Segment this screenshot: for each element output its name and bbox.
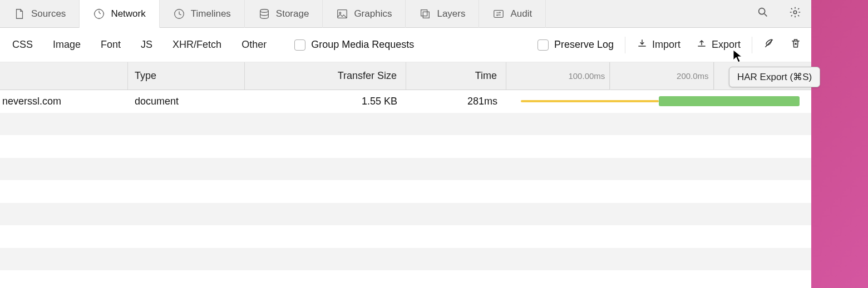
filter-other[interactable]: Other xyxy=(231,39,277,51)
table-header: Type Transfer Size Time 100.00ms 200.0ms xyxy=(0,62,811,90)
svg-point-0 xyxy=(95,9,104,18)
tab-label: Layers xyxy=(437,8,465,19)
svg-point-2 xyxy=(260,9,269,12)
column-size[interactable]: Transfer Size xyxy=(245,62,406,90)
file-icon xyxy=(13,8,26,20)
swap-icon xyxy=(492,8,505,20)
checkbox-icon xyxy=(294,39,305,51)
svg-point-4 xyxy=(339,12,341,13)
table-row xyxy=(0,158,811,181)
filter-css[interactable]: CSS xyxy=(2,39,43,51)
network-icon xyxy=(93,8,105,20)
table-row xyxy=(0,203,811,226)
database-icon xyxy=(258,8,270,20)
cell-size: 1.55 KB xyxy=(245,90,406,113)
filter-image[interactable]: Image xyxy=(43,39,91,51)
column-time[interactable]: Time xyxy=(406,62,506,90)
settings-button[interactable] xyxy=(779,0,811,28)
gear-icon xyxy=(789,6,801,21)
waterfall-receive-bar xyxy=(659,96,800,106)
tabbar: Sources Network Timelines Storage Graphi… xyxy=(0,0,811,28)
tab-sources[interactable]: Sources xyxy=(0,0,80,28)
disable-cache-button[interactable] xyxy=(756,38,782,52)
layers-icon xyxy=(419,8,431,20)
table-row xyxy=(0,225,811,248)
preserve-log-label: Preserve Log xyxy=(554,39,614,51)
tab-graphics[interactable]: Graphics xyxy=(323,0,406,28)
svg-rect-6 xyxy=(423,12,430,18)
export-button[interactable]: Export xyxy=(688,38,748,52)
separator xyxy=(625,37,625,53)
checkbox-icon xyxy=(537,39,549,51)
clear-button[interactable] xyxy=(782,38,809,52)
table-row xyxy=(0,270,811,288)
tab-audit[interactable]: Audit xyxy=(479,0,546,28)
column-name[interactable] xyxy=(0,62,128,90)
upload-icon xyxy=(696,38,707,52)
waterfall-tick: 100.00ms xyxy=(506,62,610,90)
tab-label: Network xyxy=(111,8,145,19)
toolbar: CSS Image Font JS XHR/Fetch Other Group … xyxy=(0,28,811,62)
tab-label: Audit xyxy=(510,8,532,19)
table-row xyxy=(0,113,811,136)
tab-label: Sources xyxy=(31,8,66,19)
search-button[interactable] xyxy=(747,0,779,28)
tab-label: Graphics xyxy=(354,8,392,19)
tab-network[interactable]: Network xyxy=(80,0,159,28)
filter-js[interactable]: JS xyxy=(131,39,162,51)
cell-name: neverssl.com xyxy=(0,90,128,113)
cell-time: 281ms xyxy=(406,90,506,113)
leaf-slash-icon xyxy=(763,38,775,52)
image-icon xyxy=(336,8,348,20)
download-icon xyxy=(637,38,648,52)
export-tooltip: HAR Export (⌘S) xyxy=(729,67,820,87)
filter-font[interactable]: Font xyxy=(91,39,131,51)
export-label: Export xyxy=(712,39,741,51)
group-media-label: Group Media Requests xyxy=(311,39,414,51)
clock-icon xyxy=(173,8,185,20)
tab-layers[interactable]: Layers xyxy=(406,0,479,28)
table-row xyxy=(0,180,811,203)
request-table: neverssl.com document 1.55 KB 281ms xyxy=(0,90,811,288)
tab-label: Storage xyxy=(276,8,309,19)
table-row xyxy=(0,248,811,271)
table-row xyxy=(0,135,811,158)
cell-waterfall xyxy=(506,90,811,113)
trash-icon xyxy=(790,38,801,52)
svg-point-9 xyxy=(793,11,797,14)
svg-rect-5 xyxy=(421,9,427,16)
tab-storage[interactable]: Storage xyxy=(245,0,323,28)
column-type[interactable]: Type xyxy=(128,62,245,90)
import-button[interactable]: Import xyxy=(629,38,688,52)
tab-timelines[interactable]: Timelines xyxy=(160,0,245,28)
filter-xhr-fetch[interactable]: XHR/Fetch xyxy=(162,39,231,51)
cell-type: document xyxy=(128,90,245,113)
import-label: Import xyxy=(652,39,680,51)
separator xyxy=(752,37,752,53)
preserve-log-checkbox[interactable]: Preserve Log xyxy=(530,39,622,51)
svg-rect-7 xyxy=(494,10,504,17)
group-media-checkbox[interactable]: Group Media Requests xyxy=(287,39,422,51)
search-icon xyxy=(757,6,769,21)
svg-point-8 xyxy=(759,8,765,14)
waterfall-wait-bar xyxy=(521,100,659,102)
table-row[interactable]: neverssl.com document 1.55 KB 281ms xyxy=(0,90,811,113)
tab-label: Timelines xyxy=(191,8,231,19)
waterfall-tick: 200.0ms xyxy=(610,62,713,90)
